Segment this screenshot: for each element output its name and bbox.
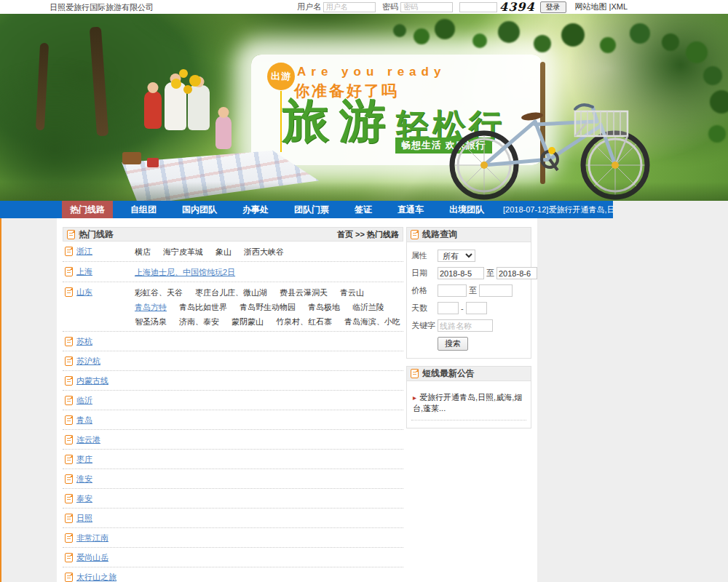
region-link[interactable]: 临沂 — [76, 395, 92, 406]
route-link[interactable]: 象山 — [215, 247, 232, 258]
family-picnic-illustration — [109, 65, 328, 201]
days-from-input[interactable] — [438, 302, 459, 314]
document-icon — [65, 337, 73, 346]
person-figure — [165, 82, 186, 130]
notice-panel-header: 短线最新公告 — [407, 367, 531, 381]
region-link[interactable]: 青岛 — [76, 415, 92, 426]
route-sublinks — [135, 572, 401, 573]
sitemap-link[interactable]: 网站地图 — [575, 2, 607, 11]
date-from-input[interactable] — [438, 267, 484, 279]
username-input[interactable] — [323, 2, 376, 12]
route-link[interactable]: 青岛比如世界 — [179, 302, 227, 313]
document-icon — [65, 396, 73, 405]
region-link[interactable]: 枣庄 — [76, 454, 92, 465]
breadcrumb: 首页 >> 热门线路 — [337, 229, 399, 240]
password-input[interactable] — [400, 2, 453, 12]
route-sublinks — [135, 552, 401, 553]
notice-panel-title: 短线最新公告 — [422, 367, 475, 380]
to-label: 至 — [486, 268, 494, 279]
route-link[interactable]: 浙西大峡谷 — [244, 247, 284, 258]
captcha-input[interactable] — [459, 2, 497, 12]
nav-item[interactable]: 签证 — [347, 201, 380, 218]
route-link[interactable]: 青岛野生动物园 — [240, 302, 296, 313]
route-link[interactable]: 青岛海滨、小吃 — [344, 316, 400, 327]
route-link[interactable]: 海宁皮革城 — [163, 247, 203, 258]
nav-item[interactable]: 热门线路 — [62, 201, 113, 218]
price-from-input[interactable] — [438, 284, 467, 297]
login-area: 用户名 密码 4394 登录 网站地图 |XML — [297, 1, 628, 13]
topbar: 日照爱旅行国际旅游有限公司 用户名 密码 4394 登录 网站地图 |XML — [0, 0, 728, 14]
nav-news-ticker[interactable]: [2018-07-12]爱旅行开通青岛,日照,威海,烟台,蓬莱,连云港金品五日.… — [503, 204, 613, 215]
route-link[interactable]: 上海迪士尼、中国馆纯玩2日 — [135, 267, 235, 278]
route-sublinks — [135, 356, 401, 356]
route-link[interactable]: 蒙阴蒙山 — [232, 316, 264, 327]
keyword-input[interactable] — [438, 319, 493, 332]
region-link[interactable]: 苏杭 — [76, 336, 92, 347]
route-row: 苏杭 — [63, 332, 403, 351]
nav-item[interactable]: 国内团队 — [174, 201, 225, 218]
search-button[interactable]: 搜索 — [438, 337, 468, 351]
route-sublinks — [135, 474, 401, 474]
region-link[interactable]: 淮安 — [76, 474, 92, 485]
date-to-input[interactable] — [496, 267, 537, 279]
region-link[interactable]: 非常江南 — [76, 533, 108, 543]
document-icon — [65, 573, 73, 582]
left-accent-strip — [0, 218, 1, 582]
price-to-input[interactable] — [479, 284, 513, 297]
days-to-input[interactable] — [466, 302, 487, 314]
region-link[interactable]: 日照 — [76, 513, 92, 524]
region-link[interactable]: 山东 — [76, 287, 92, 298]
page: 日照爱旅行国际旅游有限公司 用户名 密码 4394 登录 网站地图 |XML 出… — [0, 0, 728, 582]
person-figure — [215, 116, 232, 149]
route-link[interactable]: 济南、泰安 — [179, 316, 219, 327]
region-link[interactable]: 苏沪杭 — [76, 356, 100, 367]
route-row: 上海上海迪士尼、中国馆纯玩2日 — [63, 262, 403, 282]
route-rows: 浙江横店海宁皮革城象山浙西大峡谷上海上海迪士尼、中国馆纯玩2日山东彩虹谷、天谷枣… — [63, 242, 403, 582]
breadcrumb-home-link[interactable]: 首页 — [337, 230, 353, 239]
region-link[interactable]: 内蒙古线 — [76, 375, 108, 386]
route-sublinks — [135, 513, 401, 514]
content-area: 热门线路 首页 >> 热门线路 浙江横店海宁皮革城象山浙西大峡谷上海上海迪士尼、… — [57, 218, 537, 582]
route-row: 日照 — [63, 509, 403, 528]
region-link[interactable]: 泰安 — [76, 493, 92, 504]
route-link[interactable]: 青岛方特 — [135, 302, 167, 313]
route-link[interactable]: 费县云瀑洞天 — [280, 287, 328, 298]
route-link[interactable]: 青岛极地 — [308, 302, 340, 313]
xml-link[interactable]: |XML — [609, 2, 628, 11]
nav-item[interactable]: 出境团队 — [441, 201, 492, 218]
price-label: 价格 — [411, 285, 438, 296]
nav-item[interactable]: 自组团 — [122, 201, 165, 218]
notice-link[interactable]: 爱旅行开通青岛,日照,威海,烟台,蓬莱... — [413, 393, 522, 412]
login-button[interactable]: 登录 — [540, 1, 566, 13]
notice-list: ▸爱旅行开通青岛,日照,威海,烟台,蓬莱... — [407, 381, 531, 428]
nav-item[interactable]: 直通车 — [389, 201, 432, 218]
attr-select[interactable]: 所有 — [438, 250, 475, 262]
route-sublinks — [135, 533, 401, 533]
document-icon — [411, 230, 419, 239]
route-sublinks — [135, 454, 401, 455]
route-row: 泰安 — [63, 489, 403, 509]
region-link[interactable]: 浙江 — [76, 246, 92, 257]
main-nav-items: 热门线路自组团国内团队办事处团队门票签证直通车出境团队 — [62, 201, 502, 218]
region-link[interactable]: 太行山之旅 — [76, 572, 116, 582]
route-row: 内蒙古线 — [63, 371, 403, 391]
route-link[interactable]: 彩虹谷、天谷 — [135, 287, 183, 298]
route-link[interactable]: 临沂兰陵 — [352, 302, 384, 313]
route-link[interactable]: 智圣汤泉 — [135, 316, 167, 327]
nav-item[interactable]: 团队门票 — [286, 201, 337, 218]
region-link[interactable]: 上海 — [76, 266, 92, 277]
route-link[interactable]: 枣庄台儿庄、微山湖 — [195, 287, 267, 298]
to-label: 至 — [469, 285, 477, 296]
username-label: 用户名 — [297, 1, 321, 12]
company-name: 日照爱旅行国际旅游有限公司 — [50, 2, 154, 13]
picnic-cooler — [147, 158, 159, 167]
route-link[interactable]: 竹泉村、红石寨 — [276, 316, 332, 327]
region-link[interactable]: 连云港 — [76, 434, 100, 445]
route-row: 苏沪杭 — [63, 351, 403, 371]
route-row: 浙江横店海宁皮革城象山浙西大峡谷 — [63, 242, 403, 262]
date-label: 日期 — [411, 268, 438, 279]
route-link[interactable]: 横店 — [135, 247, 151, 258]
route-link[interactable]: 青云山 — [340, 287, 364, 298]
region-link[interactable]: 爱尚山岳 — [76, 552, 108, 563]
nav-item[interactable]: 办事处 — [234, 201, 277, 218]
